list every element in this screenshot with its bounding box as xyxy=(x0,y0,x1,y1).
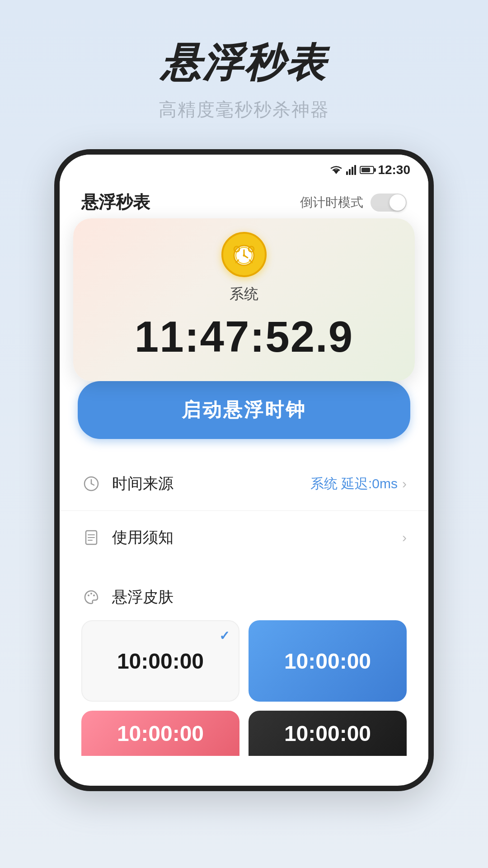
skin-card-pink[interactable]: 10:00:00 xyxy=(81,711,239,756)
svg-rect-2 xyxy=(349,169,351,175)
usage-notice-label: 使用须知 xyxy=(112,527,398,548)
signal-icon xyxy=(346,165,356,175)
svg-point-22 xyxy=(90,593,92,594)
settings-item-time-source[interactable]: 时间来源 系统 延迟:0ms › xyxy=(60,457,428,511)
app-bar: 悬浮秒表 倒计时模式 xyxy=(60,182,428,223)
svg-marker-0 xyxy=(333,170,339,174)
svg-point-9 xyxy=(243,255,245,257)
wifi-icon xyxy=(330,165,343,175)
svg-point-23 xyxy=(93,594,95,596)
start-button[interactable]: 启动悬浮时钟 xyxy=(78,381,410,439)
status-icons: 12:30 xyxy=(330,163,410,177)
start-button-wrapper: 启动悬浮时钟 xyxy=(60,377,428,453)
status-time: 12:30 xyxy=(378,163,410,177)
svg-rect-3 xyxy=(352,167,353,175)
phone-frame: 12:30 悬浮秒表 倒计时模式 xyxy=(54,149,434,791)
svg-rect-1 xyxy=(346,171,348,175)
page-subtitle: 高精度毫秒秒杀神器 xyxy=(159,97,329,122)
countdown-toggle-switch[interactable] xyxy=(371,193,407,212)
time-source-label: 时间来源 xyxy=(112,473,310,494)
status-bar: 12:30 xyxy=(60,155,428,182)
countdown-toggle-group: 倒计时模式 xyxy=(300,193,407,212)
skin-card-white[interactable]: 10:00:00 ✓ xyxy=(81,620,239,702)
skin-time-blue: 10:00:00 xyxy=(284,649,371,674)
skin-section: 悬浮皮肤 10:00:00 ✓ 10:00:00 10:00:00 xyxy=(60,573,428,765)
skin-card-dark[interactable]: 10:00:00 xyxy=(249,711,407,756)
doc-settings-icon xyxy=(81,528,101,547)
page-background: 悬浮秒表 高精度毫秒秒杀神器 xyxy=(0,0,488,868)
svg-line-16 xyxy=(91,484,94,485)
chevron-right-icon: › xyxy=(402,476,407,491)
svg-rect-4 xyxy=(354,165,356,175)
page-title: 悬浮秒表 xyxy=(161,36,327,90)
skin-card-blue[interactable]: 10:00:00 xyxy=(249,620,407,702)
time-source-value: 系统 延迟:0ms xyxy=(310,475,398,493)
skin-time-white: 10:00:00 xyxy=(117,649,204,674)
skin-grid: 10:00:00 ✓ 10:00:00 10:00:00 10:00:00 xyxy=(60,620,428,756)
skin-time-dark: 10:00:00 xyxy=(284,721,371,746)
clock-source-label: 系统 xyxy=(230,284,258,304)
skin-time-pink: 10:00:00 xyxy=(117,721,204,746)
settings-item-usage-notice[interactable]: 使用须知 › xyxy=(60,511,428,564)
toggle-knob xyxy=(389,194,406,211)
chevron-right-icon-2: › xyxy=(402,530,407,545)
skin-section-title: 悬浮皮肤 xyxy=(112,587,174,608)
settings-list: 时间来源 系统 延迟:0ms › 使用须知 › xyxy=(60,453,428,573)
countdown-label: 倒计时模式 xyxy=(300,194,363,211)
skin-icon xyxy=(81,587,101,607)
skin-header: 悬浮皮肤 xyxy=(60,587,428,620)
clock-settings-icon xyxy=(81,474,101,494)
alarm-clock-icon xyxy=(230,241,258,268)
battery-icon xyxy=(360,166,374,174)
app-bar-title: 悬浮秒表 xyxy=(81,191,150,214)
time-display: 11:47:52.9 xyxy=(135,315,353,359)
floating-clock-card: 系统 11:47:52.9 xyxy=(73,218,415,381)
svg-point-21 xyxy=(88,594,89,596)
skin-check-icon: ✓ xyxy=(216,627,232,644)
clock-icon-wrapper xyxy=(221,232,267,277)
